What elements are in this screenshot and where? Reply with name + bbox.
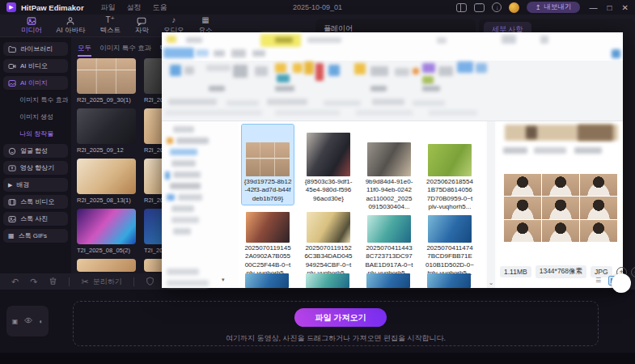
menu-file[interactable]: 파일 xyxy=(101,2,116,13)
file-thumbnail xyxy=(307,212,350,243)
file-thumbnail[interactable] xyxy=(245,273,289,288)
file-thumbnail xyxy=(246,142,290,176)
menu-settings[interactable]: 설정 xyxy=(127,2,142,13)
sidebar-item-stock-photo[interactable]: 스톡 사진 xyxy=(3,212,68,226)
toolbar-divider xyxy=(133,277,134,286)
file-thumbnail xyxy=(367,142,411,176)
media-item[interactable]: R2I_2025_09_30(1) xyxy=(77,58,136,104)
media-tab-image-fx[interactable]: 이미지 특수 효과 xyxy=(99,44,151,57)
sidebar-item-background[interactable]: ▶ 배경 xyxy=(3,178,68,192)
floating-help-button[interactable] xyxy=(612,273,631,293)
media-item[interactable]: T2I_20 xyxy=(144,209,162,254)
preview-image xyxy=(504,174,617,242)
video-camera-icon xyxy=(8,62,16,70)
zoom-out-icon[interactable]: − xyxy=(631,267,635,277)
media-item[interactable]: R2I_2025_08_13(1) xyxy=(77,159,136,204)
media-item[interactable]: R2I_2025_09_12 xyxy=(77,108,136,154)
mute-icon[interactable]: ◐ xyxy=(39,318,43,325)
scissors-icon: ✂ xyxy=(81,277,88,287)
open-file-dialog: ▾ {39d19725-8b12-42f3-ad7d-b44fdeb1b769}… xyxy=(162,32,623,288)
tab-ai-avatar[interactable]: AI 아바타 xyxy=(57,16,86,36)
media-tabs: 모두 이미지 특수 효과 텍 xyxy=(71,37,162,60)
maximize-button[interactable]: □ xyxy=(607,3,612,12)
file-thumbnail[interactable] xyxy=(427,273,471,288)
media-item[interactable]: T2I_2025_08_05(2) xyxy=(77,209,136,254)
file-dimensions: 1344*768像素 xyxy=(536,265,586,278)
feedback-bubble-icon[interactable] xyxy=(474,3,485,12)
toolbar-divider xyxy=(69,277,70,286)
file-thumbnail xyxy=(367,215,411,243)
file-item[interactable]: 20250701191452A0902A7B05500C25F44B-0~tpl… xyxy=(242,209,294,280)
media-item[interactable] xyxy=(77,259,136,272)
file-item[interactable]: 20250704114747BCD9FBB71E010B1D502D-0~tpl… xyxy=(424,209,476,280)
file-item[interactable]: 20250626185541B75D86140567D70B0959-0~tpl… xyxy=(424,125,476,214)
sidebar-item-image-fx[interactable]: 이미지 특수 효과 xyxy=(3,93,68,107)
app-title: HitPaw Edimakor xyxy=(21,3,84,12)
sidebar-item-library[interactable]: 라이브러리 xyxy=(3,42,68,56)
delete-icon[interactable] xyxy=(49,277,57,287)
audio-icon: ♪ xyxy=(171,16,176,25)
file-item[interactable]: 20250701191526C3B34DAD045949254CBF-0~tpl… xyxy=(303,209,354,280)
media-item[interactable]: R2I_20 xyxy=(144,159,162,204)
enhance-icon xyxy=(8,164,16,172)
media-tab-all[interactable]: 모두 xyxy=(78,44,91,57)
file-item[interactable]: {89503c36-9df1-45e4-980d-f59696acd30e} xyxy=(303,125,354,205)
file-list-scrollbar[interactable]: ⌄ xyxy=(487,121,495,288)
media-thumbnail xyxy=(77,209,136,244)
face-icon xyxy=(8,147,16,155)
file-thumbnail xyxy=(307,133,350,176)
dialog-preview-pane: 1.11MB 1344*768像素 JPG + − xyxy=(497,121,623,288)
dialog-file-grid: {39d19725-8b12-42f3-ad7d-b44fdeb1b769} {… xyxy=(239,121,485,288)
film-icon xyxy=(8,198,16,206)
media-item[interactable] xyxy=(144,259,162,272)
bottom-strip xyxy=(0,353,635,364)
file-thumbnail[interactable] xyxy=(306,273,349,288)
tab-media[interactable]: 미디어 xyxy=(21,16,42,36)
track-thumbnail-icon[interactable]: ▣ xyxy=(12,318,19,325)
sidebar-item-ai-video[interactable]: AI 비디오 xyxy=(3,59,68,73)
sidebar-item-ai-image[interactable]: AI 이미지 xyxy=(3,76,68,90)
sidebar-item-video-enhancer[interactable]: 영상 향상기 xyxy=(3,161,68,175)
scroll-down-icon[interactable]: ⌄ xyxy=(487,279,495,286)
tab-text[interactable]: T⁺ 텍스트 xyxy=(99,16,121,36)
sidebar-item-stock-video[interactable]: 스톡 비디오 xyxy=(3,195,68,209)
file-thumbnail xyxy=(428,144,472,176)
list-view-icon[interactable] xyxy=(594,276,605,286)
media-panel: 모두 이미지 특수 효과 텍 R2I_2025_09_30(1) R2I_202… xyxy=(71,37,162,290)
layout-panels-icon[interactable] xyxy=(456,3,467,12)
undo-icon[interactable]: ↶ xyxy=(11,277,19,287)
shield-icon[interactable] xyxy=(146,277,155,287)
elements-icon: ▦ xyxy=(201,16,209,25)
visibility-eye-icon[interactable] xyxy=(24,317,32,325)
media-thumbnail xyxy=(77,259,136,272)
file-item[interactable]: 9b9d84d4-91e0-11f0-94eb-0242ac110002_202… xyxy=(363,125,415,214)
sidebar-item-image-gen[interactable]: 이미지 생성 xyxy=(3,110,68,124)
menu-help[interactable]: 도움 xyxy=(153,2,167,13)
drop-hint-text: 여기까지 동영상, 사진을 드래그하거나 가져오면 편집을 시작합니다. xyxy=(0,333,635,344)
media-thumbnail xyxy=(144,259,162,272)
user-avatar[interactable] xyxy=(509,2,519,13)
file-size: 1.11MB xyxy=(500,266,531,277)
split-button[interactable]: ✂ 분리하기 xyxy=(81,277,121,287)
file-thumbnail[interactable] xyxy=(366,273,410,288)
sidebar-item-face-swap[interactable]: 얼굴 합성 xyxy=(3,144,68,158)
dialog-toolbar-blurred xyxy=(162,61,623,121)
text-icon: T⁺ xyxy=(105,16,114,25)
file-item[interactable]: 20250704114438C723713DC97BAE1D917A-0~tpl… xyxy=(363,209,415,280)
media-item[interactable]: R2I_20 xyxy=(144,58,162,104)
media-thumbnail xyxy=(144,209,162,244)
file-item[interactable]: {39d19725-8b12-42f3-ad7d-b44fdeb1b769} xyxy=(242,125,294,205)
media-item[interactable]: R2I_20 xyxy=(144,108,162,154)
image-icon xyxy=(8,79,16,87)
close-button[interactable]: ✕ xyxy=(622,3,629,12)
sidebar-item-my-creations[interactable]: 나의 창작물 xyxy=(3,127,68,141)
media-thumbnail xyxy=(144,108,162,144)
tab-subtitle[interactable]: 자막 xyxy=(135,16,149,36)
redo-icon[interactable]: ↷ xyxy=(30,277,37,287)
minimize-button[interactable]: — xyxy=(590,3,598,12)
import-file-button[interactable]: 파일 가져오기 xyxy=(294,308,387,327)
sidebar-item-stock-gifs[interactable]: ▦ 스톡 GIFs xyxy=(3,229,68,243)
download-update-icon[interactable]: ↓ xyxy=(492,2,502,12)
export-button[interactable]: ↥ 내보내기 xyxy=(527,2,579,13)
title-bar: ▶ HitPaw Edimakor 파일 설정 도움 2025-10-09_01… xyxy=(0,0,635,15)
